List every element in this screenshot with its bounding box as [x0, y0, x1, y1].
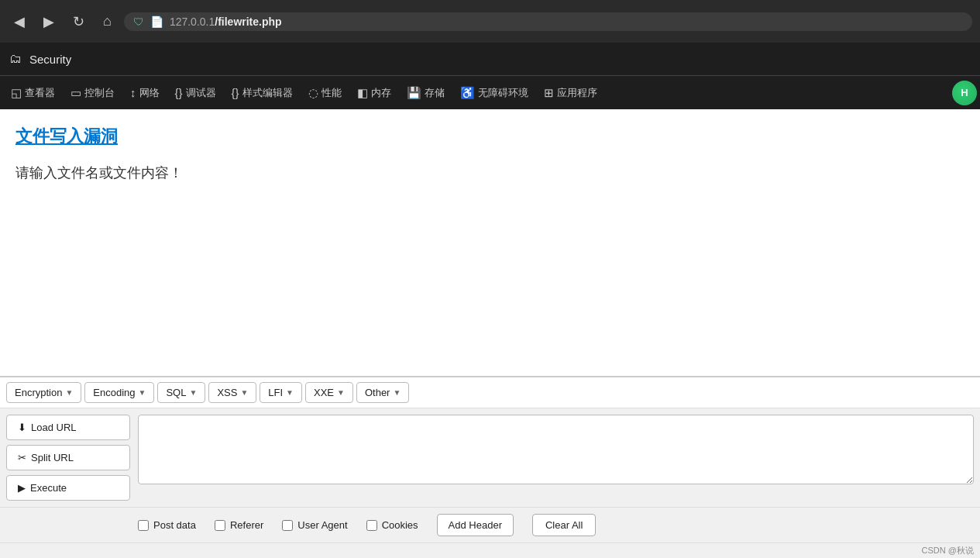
devtools-toolbar: ◱ 查看器 ▭ 控制台 ↕ 网络 {} 调试器 {} 样式编辑器 ◌ 性能 ◧ … [0, 75, 980, 109]
application-icon: ⊞ [544, 86, 554, 100]
hackbar-actions: ⬇ Load URL ✂ Split URL ▶ Execute [6, 415, 130, 501]
other-label: Other [365, 387, 390, 398]
encryption-label: Encryption [15, 387, 62, 398]
hackbar-toolbar: Encryption ▼ Encoding ▼ SQL ▼ XSS ▼ LFI [0, 377, 980, 408]
post-data-label: Post data [153, 519, 196, 531]
page-subtitle: 请输入文件名或文件内容！ [15, 164, 965, 182]
user-agent-checkbox-label[interactable]: User Agent [282, 519, 347, 531]
folder-icon: 🗂 [9, 52, 22, 66]
memory-icon: ◧ [357, 86, 368, 100]
inspector-icon: ◱ [11, 86, 22, 100]
devtools-style-editor[interactable]: {} 样式编辑器 [224, 81, 301, 105]
execute-icon: ▶ [18, 482, 26, 494]
content-area: 文件写入漏洞 请输入文件名或文件内容！ Encryption ▼ Encodin… [0, 109, 980, 558]
devtools-debugger[interactable]: {} 调试器 [167, 81, 224, 105]
forward-button[interactable]: ▶ [37, 10, 60, 33]
console-label: 控制台 [84, 86, 115, 100]
refresh-button[interactable]: ↻ [67, 10, 91, 33]
accessibility-label: 无障碍环境 [478, 86, 528, 100]
devtools-memory[interactable]: ◧ 内存 [349, 81, 399, 105]
hackbar: Encryption ▼ Encoding ▼ SQL ▼ XSS ▼ LFI [0, 376, 980, 558]
referer-label: Referer [230, 519, 263, 531]
network-label: 网络 [139, 86, 160, 100]
xxe-dropdown[interactable]: XXE ▼ [305, 382, 353, 403]
add-header-button[interactable]: Add Header [437, 514, 514, 536]
post-data-checkbox-label[interactable]: Post data [138, 519, 196, 531]
devtools-application[interactable]: ⊞ 应用程序 [536, 81, 605, 105]
clear-all-button[interactable]: Clear All [532, 514, 596, 536]
url-textarea[interactable] [138, 415, 974, 484]
sql-dropdown[interactable]: SQL ▼ [157, 382, 205, 403]
devtools-storage[interactable]: 💾 存储 [399, 81, 452, 105]
sql-label: SQL [166, 387, 186, 398]
load-url-label: Load URL [31, 422, 77, 433]
security-bar: 🗂 Security [0, 43, 980, 75]
xxe-arrow: ▼ [337, 388, 345, 397]
split-url-button[interactable]: ✂ Split URL [6, 445, 130, 470]
network-icon: ↕ [130, 86, 136, 99]
encoding-arrow: ▼ [139, 388, 146, 397]
devtools-network[interactable]: ↕ 网络 [122, 81, 167, 105]
xss-dropdown[interactable]: XSS ▼ [208, 382, 256, 403]
storage-label: 存储 [425, 86, 445, 100]
post-data-checkbox[interactable] [138, 520, 149, 531]
execute-label: Execute [30, 482, 67, 494]
lfi-dropdown[interactable]: LFI ▼ [260, 382, 302, 403]
url-dim: 127.0.0.1 [170, 16, 215, 28]
footer: CSDN @秋说 [0, 542, 980, 558]
cookies-checkbox[interactable] [366, 520, 377, 531]
encryption-arrow: ▼ [65, 388, 73, 397]
load-url-button[interactable]: ⬇ Load URL [6, 415, 130, 440]
style-editor-icon: {} [232, 86, 239, 99]
devtools-performance[interactable]: ◌ 性能 [301, 81, 349, 105]
memory-label: 内存 [371, 86, 391, 100]
page-content: 文件写入漏洞 请输入文件名或文件内容！ [0, 109, 980, 376]
home-button[interactable]: ⌂ [97, 10, 118, 33]
xxe-label: XXE [314, 387, 334, 398]
sql-arrow: ▼ [189, 388, 197, 397]
referer-checkbox[interactable] [215, 520, 225, 531]
hack-label: H [961, 87, 968, 98]
url-path: /filewrite.php [215, 16, 281, 28]
accessibility-icon: ♿ [460, 86, 475, 100]
encoding-label: Encoding [93, 387, 135, 398]
xss-label: XSS [217, 387, 237, 398]
address-text: 127.0.0.1/filewrite.php [170, 16, 282, 28]
devtools-console[interactable]: ▭ 控制台 [63, 81, 122, 105]
browser-chrome: ◀ ▶ ↻ ⌂ 🛡 📄 127.0.0.1/filewrite.php [0, 0, 980, 43]
footer-text: CSDN @秋说 [922, 546, 974, 555]
split-url-label: Split URL [31, 452, 74, 463]
style-editor-label: 样式编辑器 [242, 86, 293, 100]
cookies-checkbox-label[interactable]: Cookies [366, 519, 418, 531]
devtools-inspector[interactable]: ◱ 查看器 [3, 81, 63, 105]
hackbar-checkboxes: Post data Referer User Agent Cookies Add… [0, 507, 980, 542]
load-url-icon: ⬇ [18, 422, 26, 433]
inspector-label: 查看器 [25, 86, 55, 100]
address-bar[interactable]: 🛡 📄 127.0.0.1/filewrite.php [124, 12, 972, 31]
security-label: Security [29, 53, 71, 66]
file-icon: 📄 [150, 16, 163, 28]
encryption-dropdown[interactable]: Encryption ▼ [6, 382, 81, 403]
performance-icon: ◌ [308, 86, 318, 100]
console-icon: ▭ [70, 86, 81, 100]
application-label: 应用程序 [557, 86, 597, 100]
debugger-icon: {} [175, 86, 183, 99]
shield-icon: 🛡 [133, 16, 144, 28]
execute-button[interactable]: ▶ Execute [6, 475, 130, 501]
user-agent-checkbox[interactable] [282, 520, 293, 531]
hackbar-body: ⬇ Load URL ✂ Split URL ▶ Execute [0, 408, 980, 507]
devtools-accessibility[interactable]: ♿ 无障碍环境 [452, 81, 536, 105]
debugger-label: 调试器 [186, 86, 216, 100]
split-url-icon: ✂ [18, 452, 26, 463]
other-dropdown[interactable]: Other ▼ [356, 382, 409, 403]
back-button[interactable]: ◀ [8, 10, 31, 33]
referer-checkbox-label[interactable]: Referer [215, 519, 263, 531]
encoding-dropdown[interactable]: Encoding ▼ [84, 382, 154, 403]
hack-icon-button[interactable]: H [952, 81, 977, 105]
storage-icon: 💾 [407, 86, 421, 100]
performance-label: 性能 [322, 86, 342, 100]
xss-arrow: ▼ [240, 388, 248, 397]
cookies-label: Cookies [382, 519, 418, 531]
app-layout: ◀ ▶ ↻ ⌂ 🛡 📄 127.0.0.1/filewrite.php 🗂 Se… [0, 0, 980, 558]
user-agent-label: User Agent [297, 519, 347, 531]
